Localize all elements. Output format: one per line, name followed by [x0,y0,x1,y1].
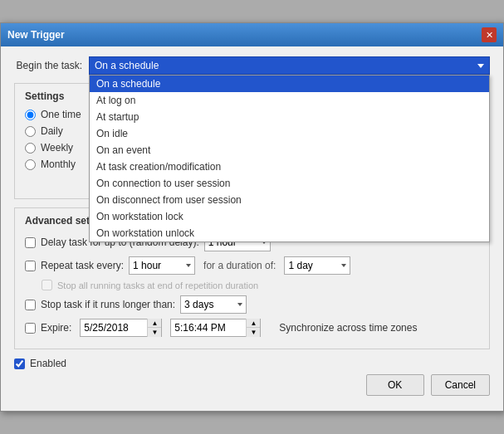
repeat-dropdown-arrow [186,264,191,267]
dropdown-item-idle[interactable]: On idle [90,125,489,142]
enabled-label: Enabled [30,358,66,369]
expire-time-up[interactable]: ▲ [247,319,260,328]
begin-task-dropdown-arrow [477,64,484,68]
dialog-title: New Trigger [7,29,65,41]
expire-row: Expire: ▲ ▼ ▲ ▼ Synchronize across time … [25,319,479,337]
radio-group: One time Daily Weekly Monthly [25,109,81,170]
buttons-row: OK Cancel [14,369,490,401]
enabled-row: Enabled [14,358,490,369]
stop-task-dropdown-arrow [237,303,242,306]
dropdown-item-disconnect[interactable]: On disconnect from user session [90,192,489,208]
stop-task-row: Stop task if it runs longer than: 3 days [25,295,479,314]
duration-dropdown-wrap: 1 day [284,256,350,275]
new-trigger-dialog: New Trigger ✕ Begin the task: On a sched… [0,22,504,412]
expire-date-spinners: ▲ ▼ [147,319,161,337]
expire-time-field[interactable] [171,319,246,336]
one-time-radio[interactable] [25,110,36,120]
expire-date-up[interactable]: ▲ [148,319,161,328]
expire-sync-label: Synchronize across time zones [279,322,417,334]
stop-task-label: Stop task if it runs longer than: [41,299,175,310]
stop-task-value: 3 days [184,299,213,310]
dropdown-item-event[interactable]: On an event [90,142,489,158]
repeat-dropdown[interactable]: 1 hour [129,256,195,275]
monthly-label: Monthly [41,158,76,170]
weekly-row: Weekly [25,142,81,154]
stop-task-dropdown[interactable]: 3 days [180,295,247,314]
dropdown-item-logon[interactable]: At log on [90,92,489,109]
expire-date-field[interactable] [81,319,147,336]
repeat-dropdown-wrap: 1 hour [129,256,195,275]
weekly-radio[interactable] [25,143,36,154]
dropdown-item-startup[interactable]: At startup [90,109,489,125]
begin-task-label: Begin the task: [14,60,89,71]
dropdown-item-connect[interactable]: On connection to user session [90,175,489,192]
daily-radio[interactable] [25,126,36,137]
expire-label: Expire: [41,322,71,334]
expire-date-down[interactable]: ▼ [148,328,161,337]
enabled-checkbox[interactable] [14,358,25,369]
monthly-row: Monthly [25,158,81,170]
stop-running-row: Stop all running tasks at end of repetit… [25,280,479,290]
stop-task-dropdown-wrap: 3 days [180,295,247,314]
stop-running-checkbox[interactable] [42,280,52,290]
duration-label: for a duration of: [203,260,276,271]
duration-dropdown[interactable]: 1 day [284,256,350,275]
repeat-value: 1 hour [133,260,161,271]
begin-task-selected: On a schedule [95,60,159,71]
expire-time-down[interactable]: ▼ [247,328,260,337]
begin-task-dropdown-container: On a schedule On a schedule At log on At… [89,56,490,75]
dialog-body: Begin the task: On a schedule On a sched… [1,46,503,411]
dropdown-item-unlock[interactable]: On workstation unlock [90,225,489,241]
monthly-radio[interactable] [25,159,36,170]
dropdown-item-schedule[interactable]: On a schedule [90,76,489,92]
duration-value: 1 day [288,260,312,271]
one-time-label: One time [41,109,81,120]
one-time-row: One time [25,109,81,120]
begin-task-row: Begin the task: On a schedule On a sched… [14,56,490,75]
expire-date-input[interactable]: ▲ ▼ [80,319,162,337]
cancel-button[interactable]: Cancel [431,374,490,396]
expire-checkbox[interactable] [25,323,36,334]
title-bar: New Trigger ✕ [1,23,503,46]
delay-task-checkbox[interactable] [25,237,36,248]
daily-row: Daily [25,125,81,137]
begin-task-dropdown-menu: On a schedule At log on At startup On id… [89,75,490,242]
dropdown-item-creation[interactable]: At task creation/modification [90,158,489,175]
repeat-task-label: Repeat task every: [41,260,124,271]
repeat-task-row: Repeat task every: 1 hour for a duration… [25,256,479,275]
close-button[interactable]: ✕ [482,27,497,42]
expire-time-spinners: ▲ ▼ [246,319,260,337]
stop-task-checkbox[interactable] [25,300,36,310]
expire-time-input[interactable]: ▲ ▼ [170,319,261,337]
daily-label: Daily [41,125,63,137]
repeat-task-checkbox[interactable] [25,261,36,271]
weekly-label: Weekly [41,142,73,154]
dropdown-item-lock[interactable]: On workstation lock [90,208,489,225]
ok-button[interactable]: OK [366,374,424,396]
duration-dropdown-arrow [341,264,346,267]
begin-task-dropdown[interactable]: On a schedule [89,56,490,75]
stop-running-label: Stop all running tasks at end of repetit… [57,280,258,290]
